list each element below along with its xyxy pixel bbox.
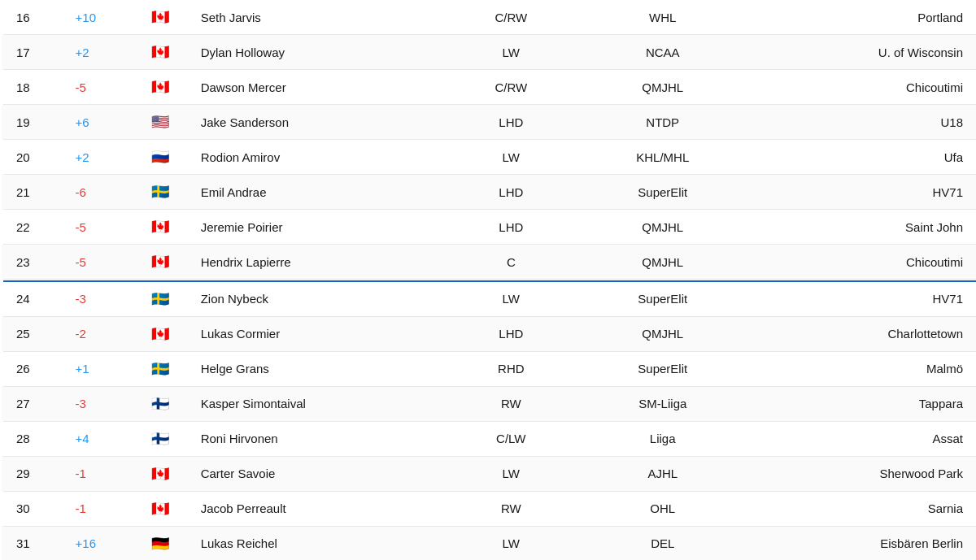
player-name-cell: Kasper Simontaival bbox=[188, 386, 451, 421]
team-cell: HV71 bbox=[754, 175, 976, 210]
table-row: 31 +16 🇩🇪 Lukas Reichel LW DEL Eisbären … bbox=[2, 526, 976, 560]
player-name-cell: Jake Sanderson bbox=[188, 105, 451, 140]
team-cell: Assat bbox=[754, 421, 976, 456]
change-cell: +2 bbox=[63, 140, 133, 175]
rank-cell: 20 bbox=[2, 140, 63, 175]
table-row: 25 -2 🇨🇦 Lukas Cormier LHD QMJHL Charlot… bbox=[2, 316, 976, 351]
rank-cell: 30 bbox=[2, 491, 63, 526]
league-cell: AJHL bbox=[572, 456, 754, 491]
rank-change: +16 bbox=[76, 536, 96, 550]
position-cell: LW bbox=[451, 526, 572, 560]
change-cell: +16 bbox=[63, 526, 133, 560]
canada-flag: 🇨🇦 bbox=[151, 44, 169, 60]
league-cell: SuperElit bbox=[572, 351, 754, 386]
team-cell: Sherwood Park bbox=[754, 456, 976, 491]
flag-cell: 🇷🇺 bbox=[133, 140, 188, 175]
league-cell: NCAA bbox=[572, 35, 754, 70]
rankings-table: 16 +10 🇨🇦 Seth Jarvis C/RW WHL Portland … bbox=[0, 0, 976, 560]
table-row: 28 +4 🇫🇮 Roni Hirvonen C/LW Liiga Assat bbox=[2, 421, 976, 456]
table-row: 18 -5 🇨🇦 Dawson Mercer C/RW QMJHL Chicou… bbox=[2, 70, 976, 105]
rank-change: -1 bbox=[76, 501, 86, 515]
russia-flag: 🇷🇺 bbox=[151, 149, 169, 165]
position-cell: RHD bbox=[451, 351, 572, 386]
change-cell: +10 bbox=[63, 0, 133, 35]
change-cell: -5 bbox=[63, 245, 133, 280]
player-name-cell: Lukas Reichel bbox=[188, 526, 451, 560]
table-row: 30 -1 🇨🇦 Jacob Perreault RW OHL Sarnia bbox=[2, 491, 976, 526]
canada-flag: 🇨🇦 bbox=[151, 466, 169, 482]
rank-cell: 28 bbox=[2, 421, 63, 456]
flag-cell: 🇨🇦 bbox=[133, 0, 188, 35]
canada-flag: 🇨🇦 bbox=[151, 79, 169, 95]
flag-cell: 🇺🇸 bbox=[133, 105, 188, 140]
league-cell: SuperElit bbox=[572, 175, 754, 210]
player-name-cell: Hendrix Lapierre bbox=[188, 245, 451, 280]
team-cell: Saint John bbox=[754, 210, 976, 245]
table-row: 29 -1 🇨🇦 Carter Savoie LW AJHL Sherwood … bbox=[2, 456, 976, 491]
canada-flag: 🇨🇦 bbox=[151, 219, 169, 235]
position-cell: LHD bbox=[451, 175, 572, 210]
rank-change: -2 bbox=[76, 327, 86, 341]
sweden-flag: 🇸🇪 bbox=[151, 184, 169, 200]
position-cell: LW bbox=[451, 281, 572, 317]
rank-change: -3 bbox=[76, 292, 86, 306]
change-cell: +2 bbox=[63, 35, 133, 70]
flag-cell: 🇫🇮 bbox=[133, 386, 188, 421]
team-cell: Sarnia bbox=[754, 491, 976, 526]
position-cell: C/RW bbox=[451, 70, 572, 105]
rank-change: +2 bbox=[76, 46, 89, 59]
player-name-cell: Lukas Cormier bbox=[188, 316, 451, 351]
rank-change: +4 bbox=[76, 432, 89, 445]
flag-cell: 🇸🇪 bbox=[133, 351, 188, 386]
league-cell: SM-Liiga bbox=[572, 386, 754, 421]
change-cell: +4 bbox=[63, 421, 133, 456]
league-cell: Liiga bbox=[572, 421, 754, 456]
player-name-cell: Jeremie Poirier bbox=[188, 210, 451, 245]
position-cell: C bbox=[451, 245, 572, 280]
rank-change: -5 bbox=[76, 255, 86, 269]
team-cell: Ufa bbox=[754, 140, 976, 175]
team-cell: Chicoutimi bbox=[754, 245, 976, 280]
rank-cell: 17 bbox=[2, 35, 63, 70]
canada-flag: 🇨🇦 bbox=[151, 254, 169, 270]
rank-change: -6 bbox=[76, 185, 86, 199]
draft-rankings-table: 16 +10 🇨🇦 Seth Jarvis C/RW WHL Portland … bbox=[0, 0, 976, 560]
player-name-cell: Carter Savoie bbox=[188, 456, 451, 491]
position-cell: RW bbox=[451, 491, 572, 526]
change-cell: +1 bbox=[63, 351, 133, 386]
player-name-cell: Rodion Amirov bbox=[188, 140, 451, 175]
player-name-cell: Dawson Mercer bbox=[188, 70, 451, 105]
rank-change: -3 bbox=[76, 397, 86, 410]
rank-change: -1 bbox=[76, 467, 86, 480]
player-name-cell: Jacob Perreault bbox=[188, 491, 451, 526]
player-name-cell: Seth Jarvis bbox=[188, 0, 451, 35]
table-row: 20 +2 🇷🇺 Rodion Amirov LW KHL/MHL Ufa bbox=[2, 140, 976, 175]
position-cell: C/LW bbox=[451, 421, 572, 456]
flag-cell: 🇨🇦 bbox=[133, 70, 188, 105]
rank-change: +6 bbox=[76, 115, 89, 129]
rank-change: -5 bbox=[76, 80, 86, 94]
change-cell: -1 bbox=[63, 456, 133, 491]
flag-cell: 🇸🇪 bbox=[133, 175, 188, 210]
rank-cell: 27 bbox=[2, 386, 63, 421]
table-row: 26 +1 🇸🇪 Helge Grans RHD SuperElit Malmö bbox=[2, 351, 976, 386]
finland-flag: 🇫🇮 bbox=[151, 431, 169, 447]
rank-change: +2 bbox=[76, 150, 89, 164]
finland-flag: 🇫🇮 bbox=[151, 396, 169, 412]
player-name-cell: Roni Hirvonen bbox=[188, 421, 451, 456]
change-cell: -5 bbox=[63, 70, 133, 105]
position-cell: C/RW bbox=[451, 0, 572, 35]
flag-cell: 🇩🇪 bbox=[133, 526, 188, 560]
league-cell: KHL/MHL bbox=[572, 140, 754, 175]
flag-cell: 🇨🇦 bbox=[133, 456, 188, 491]
germany-flag: 🇩🇪 bbox=[151, 536, 169, 552]
table-row: 21 -6 🇸🇪 Emil Andrae LHD SuperElit HV71 bbox=[2, 175, 976, 210]
position-cell: RW bbox=[451, 386, 572, 421]
canada-flag: 🇨🇦 bbox=[151, 326, 169, 342]
league-cell: QMJHL bbox=[572, 70, 754, 105]
league-cell: DEL bbox=[572, 526, 754, 560]
canada-flag: 🇨🇦 bbox=[151, 501, 169, 517]
sweden-flag: 🇸🇪 bbox=[151, 361, 169, 377]
league-cell: NTDP bbox=[572, 105, 754, 140]
rank-cell: 22 bbox=[2, 210, 63, 245]
